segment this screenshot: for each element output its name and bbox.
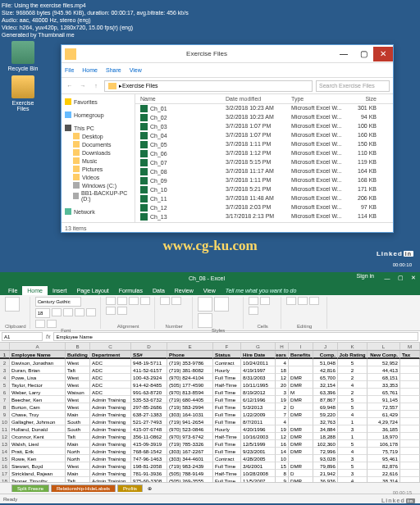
signin-link[interactable]: Sign in xyxy=(357,273,374,279)
font-color-button[interactable] xyxy=(47,320,57,328)
data-row[interactable]: 17Strickland, RajeanMainAdmin Training78… xyxy=(0,470,420,477)
col-size[interactable]: Size xyxy=(349,96,381,102)
minimize-button[interactable]: — xyxy=(334,47,354,61)
col-header[interactable]: L xyxy=(368,343,400,350)
file-row[interactable]: Ch_023/2/2018 10:23 AMMicrosoft Excel W.… xyxy=(135,113,393,122)
format-table-button[interactable] xyxy=(214,297,229,312)
data-row[interactable]: 4Powe, LisaWestADC100-43-2924(970) 824-4… xyxy=(0,374,420,381)
file-row[interactable]: Ch_093/7/2018 1:11 PMMicrosoft Excel W..… xyxy=(135,176,393,185)
italic-button[interactable] xyxy=(63,308,73,316)
file-row[interactable]: Ch_113/7/2018 11:48 AMMicrosoft Excel W.… xyxy=(135,194,393,203)
spreadsheet-grid[interactable]: ABCDEFGHIJKLM 1Employee NameBuildingDepa… xyxy=(0,343,420,482)
file-row[interactable]: Ch_083/7/2018 11:17 AMMicrosoft Excel W.… xyxy=(135,167,393,176)
font-size[interactable] xyxy=(35,308,50,318)
border-button[interactable] xyxy=(86,308,96,316)
col-header[interactable]: D xyxy=(131,343,167,350)
tab-view[interactable]: View xyxy=(130,67,142,73)
sheet-tab-3[interactable]: Profits xyxy=(117,485,143,492)
data-row[interactable]: 15Rowe, KenNorthAdmin Training747-96-146… xyxy=(0,455,420,462)
file-row[interactable]: Ch_053/7/2018 1:11 PMMicrosoft Excel W..… xyxy=(135,140,393,149)
find-select-button[interactable] xyxy=(309,297,319,305)
col-header[interactable]: I xyxy=(289,343,313,350)
bold-button[interactable] xyxy=(52,308,62,316)
col-header[interactable]: M xyxy=(400,343,420,350)
tab-formulas[interactable]: Formulas xyxy=(114,286,148,295)
tree-documents[interactable]: Documents xyxy=(65,140,131,148)
minimize-button[interactable]: — xyxy=(381,275,394,281)
tab-home[interactable]: Home xyxy=(82,67,98,73)
data-row[interactable]: 18Tanner, TimothyTaftAdmin Training975-6… xyxy=(0,477,420,482)
maximize-button[interactable]: ▢ xyxy=(394,275,407,281)
search-input[interactable]: Search Exercise Files xyxy=(316,80,390,92)
sort-filter-button[interactable] xyxy=(298,297,308,305)
tree-thispc[interactable]: This PC xyxy=(65,124,131,132)
sheet-tab-2[interactable]: Relationship-HideLabels xyxy=(51,485,116,492)
col-type[interactable]: Type xyxy=(291,96,349,102)
data-row[interactable]: 11Holland, DonaldSouthAdmin Training415-… xyxy=(0,425,420,433)
tree-backup[interactable]: BB1-BACKUP-PC (D:) xyxy=(65,189,131,202)
formula-input[interactable] xyxy=(53,332,418,341)
col-header[interactable]: H xyxy=(276,343,289,350)
tab-view[interactable]: View xyxy=(199,286,221,295)
col-header[interactable]: G xyxy=(241,343,276,350)
col-header[interactable]: J xyxy=(313,343,338,350)
back-button[interactable]: ← xyxy=(65,83,75,89)
forward-button[interactable]: → xyxy=(78,83,88,89)
tab-data[interactable]: Data xyxy=(148,286,170,295)
data-row[interactable]: 5Taylor, HectorWestADC914-42-8485(505) 1… xyxy=(0,381,420,389)
exercise-files-icon[interactable]: Exercise Files xyxy=(7,75,39,111)
data-row[interactable]: 3Duran, BrianTaftADC411-52-6157(719) 381… xyxy=(0,366,420,374)
maximize-button[interactable]: ▢ xyxy=(354,47,373,61)
up-button[interactable]: ↑ xyxy=(91,83,101,89)
cell-styles-button[interactable] xyxy=(198,313,212,328)
tree-downloads[interactable]: Downloads xyxy=(65,148,131,157)
data-row[interactable]: 10Gallagher, JohnsonSouthAdmin Training5… xyxy=(0,418,420,425)
data-row[interactable]: 7Beecher, KenWestAdmin Training535-53-67… xyxy=(0,396,420,403)
close-button[interactable]: ✕ xyxy=(407,275,420,281)
tree-favorites[interactable]: Favorites xyxy=(65,98,131,106)
col-name[interactable]: Name xyxy=(135,96,226,102)
tree-network[interactable]: Network xyxy=(65,207,131,216)
data-row[interactable]: 6Weber, LarryWatsonADC991-63-8720(970) 8… xyxy=(0,389,420,396)
file-row[interactable]: Ch_033/7/2018 1:07 PMMicrosoft Excel W..… xyxy=(135,122,393,131)
data-row[interactable]: 14Pratt, ErikNorthAdmin Training768-68-1… xyxy=(0,448,420,455)
tab-file[interactable]: File xyxy=(3,286,22,295)
tree-pictures[interactable]: Pictures xyxy=(65,165,131,173)
recycle-bin-icon[interactable]: Recycle Bin xyxy=(7,41,39,71)
tab-file[interactable]: File xyxy=(65,67,74,73)
address-bar[interactable]: ▸ Exercise Files xyxy=(104,80,313,92)
file-row[interactable]: Ch_013/2/2018 10:23 AMMicrosoft Excel W.… xyxy=(135,104,393,113)
col-date[interactable]: Date modified xyxy=(226,96,291,102)
data-row[interactable]: 2Davison, JonathanWestADC948-19-5711(719… xyxy=(0,359,420,366)
data-row[interactable]: 9Chase, TroyMainAdmin Training638-27-138… xyxy=(0,411,420,418)
autosum-button[interactable] xyxy=(286,297,296,305)
paste-button[interactable] xyxy=(5,297,20,312)
tab-home[interactable]: Home xyxy=(22,286,48,295)
tree-desktop[interactable]: Desktop xyxy=(65,132,131,140)
name-box[interactable] xyxy=(2,332,43,341)
excel-titlebar[interactable]: Ch_08 - Excel Sign in — ▢ ✕ xyxy=(0,272,420,284)
fill-color-button[interactable] xyxy=(35,320,45,328)
tree-videos[interactable]: Videos xyxy=(65,173,131,181)
tab-share[interactable]: Share xyxy=(106,67,121,73)
cond-format-button[interactable] xyxy=(198,297,212,312)
data-row[interactable]: 12Oconnor, KentTaftAdmin Training356-11-… xyxy=(0,433,420,440)
col-header[interactable]: F xyxy=(213,343,241,350)
data-row[interactable]: 13Walsh, LieslMainAdmin Training415-09-3… xyxy=(0,440,420,448)
format-button[interactable] xyxy=(249,307,258,315)
data-row[interactable]: 16Stewart, BoydWestAdmin Training198-81-… xyxy=(0,462,420,470)
col-header[interactable]: E xyxy=(167,343,213,350)
tree-homegroup[interactable]: Homegroup xyxy=(65,111,131,119)
explorer-titlebar[interactable]: Exercise Files — ▢ ✕ xyxy=(62,45,393,63)
col-header[interactable]: K xyxy=(338,343,368,350)
col-header[interactable]: B xyxy=(66,343,90,350)
add-sheet-button[interactable]: ⊕ xyxy=(144,485,155,491)
data-row[interactable]: 8Burton, CamWestAdmin Training297-85-268… xyxy=(0,403,420,411)
file-row[interactable]: Ch_063/7/2018 1:12 PMMicrosoft Excel W..… xyxy=(135,149,393,158)
tell-me[interactable]: Tell me what you want to do xyxy=(221,286,302,295)
delete-button[interactable] xyxy=(260,297,270,305)
tab-insert[interactable]: Insert xyxy=(48,286,72,295)
sheet-tab-1[interactable]: Split Freeze xyxy=(11,485,49,492)
close-button[interactable]: ✕ xyxy=(373,47,393,61)
font-select[interactable] xyxy=(35,297,81,307)
